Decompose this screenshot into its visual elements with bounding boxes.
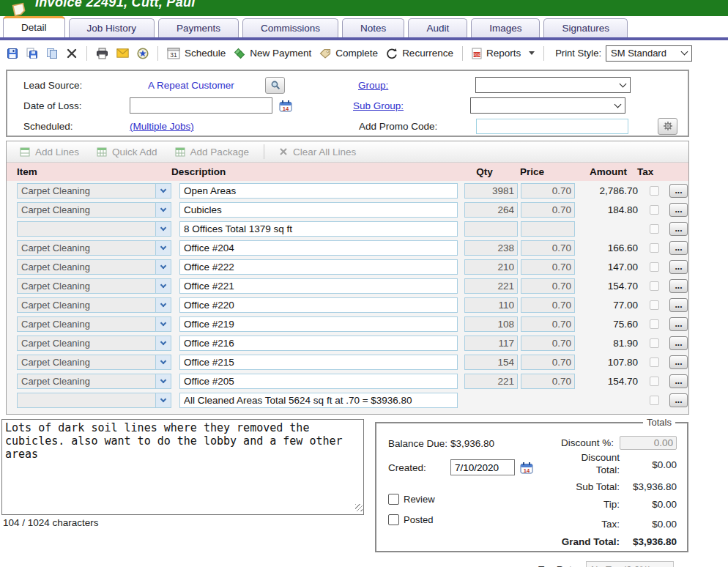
row-options-button[interactable]: ... (669, 298, 688, 312)
map-button[interactable] (135, 44, 151, 63)
price-input[interactable] (521, 374, 575, 389)
tax-checkbox[interactable] (650, 262, 659, 272)
tab-payments[interactable]: Payments (158, 18, 239, 37)
item-select-chevron[interactable] (156, 297, 171, 313)
tax-checkbox[interactable] (650, 396, 659, 405)
item-select-chevron[interactable] (156, 202, 171, 218)
qty-input[interactable] (464, 183, 518, 199)
tab-signatures[interactable]: Signatures (543, 18, 628, 37)
review-checkbox[interactable] (388, 494, 399, 505)
tax-rate-select[interactable]: No Tax (0.0%) (586, 561, 674, 567)
item-select-chevron[interactable] (156, 221, 171, 237)
multiple-jobs-link[interactable]: (Multiple Jobs) (130, 121, 194, 132)
description-input[interactable] (179, 221, 458, 237)
item-select[interactable]: Carpet Cleaning (17, 202, 156, 218)
tab-images[interactable]: Images (471, 18, 540, 37)
reports-button[interactable]: PDFReports (469, 44, 523, 63)
qty-input[interactable] (464, 240, 518, 256)
item-select[interactable]: Carpet Cleaning (17, 259, 156, 275)
row-options-button[interactable]: ... (669, 203, 688, 217)
calendar-icon[interactable]: 14 (520, 462, 534, 474)
clear-all-lines-button[interactable]: Clear All Lines (273, 143, 362, 160)
discount-pct-input[interactable] (620, 436, 677, 450)
tax-checkbox[interactable] (650, 300, 659, 310)
item-select-chevron[interactable] (156, 259, 171, 275)
reports-dropdown-button[interactable] (527, 44, 537, 63)
posted-checkbox[interactable] (388, 514, 399, 525)
recurrence-button[interactable]: Recurrence (384, 44, 456, 63)
item-select-chevron[interactable] (156, 374, 171, 389)
print-button[interactable] (94, 44, 111, 63)
schedule-button[interactable]: 31Schedule (165, 44, 228, 63)
tab-job-history[interactable]: Job History (69, 18, 155, 37)
description-input[interactable] (179, 202, 458, 218)
row-options-button[interactable]: ... (669, 336, 688, 350)
qty-input[interactable] (464, 316, 518, 332)
complete-button[interactable]: Complete (317, 44, 380, 63)
item-select[interactable]: Carpet Cleaning (17, 240, 156, 256)
date-of-loss-input[interactable] (130, 97, 272, 114)
price-input[interactable] (521, 202, 575, 218)
apply-promo-button[interactable] (658, 118, 677, 135)
tax-checkbox[interactable] (650, 377, 659, 386)
tab-audit[interactable]: Audit (408, 18, 467, 37)
row-options-button[interactable]: ... (669, 374, 688, 388)
created-date-input[interactable] (450, 459, 515, 475)
description-input[interactable] (179, 355, 458, 370)
qty-input[interactable] (464, 336, 518, 351)
price-input[interactable] (521, 297, 575, 313)
description-input[interactable] (179, 393, 458, 408)
tax-checkbox[interactable] (650, 243, 659, 253)
tab-detail[interactable]: Detail (3, 16, 65, 37)
price-input[interactable] (521, 183, 575, 199)
item-select-chevron[interactable] (156, 183, 171, 199)
item-select[interactable]: Carpet Cleaning (17, 355, 156, 370)
item-select[interactable]: Carpet Cleaning (17, 278, 156, 294)
row-options-button[interactable]: ... (669, 393, 688, 407)
lead-source-search-button[interactable] (265, 77, 285, 94)
item-select-chevron[interactable] (156, 278, 171, 294)
tab-commissions[interactable]: Commissions (242, 18, 338, 37)
description-input[interactable] (179, 240, 458, 256)
calendar-icon[interactable]: 14 (279, 100, 293, 112)
item-select-chevron[interactable] (156, 316, 171, 332)
save-button[interactable] (4, 44, 21, 63)
row-options-button[interactable]: ... (669, 355, 688, 369)
qty-input[interactable] (464, 278, 518, 294)
email-button[interactable] (114, 44, 131, 63)
row-options-button[interactable]: ... (669, 222, 688, 236)
qty-input[interactable] (464, 297, 518, 313)
description-input[interactable] (179, 278, 458, 294)
tax-checkbox[interactable] (650, 205, 659, 215)
row-options-button[interactable]: ... (669, 184, 688, 198)
qty-input[interactable] (464, 259, 518, 275)
tab-notes[interactable]: Notes (342, 18, 404, 37)
qty-input[interactable] (464, 355, 518, 370)
row-options-button[interactable]: ... (669, 317, 688, 331)
item-select-chevron[interactable] (156, 336, 171, 351)
lead-source-link[interactable]: A Repeat Customer (148, 80, 234, 91)
item-select[interactable]: Carpet Cleaning (17, 183, 156, 199)
tax-checkbox[interactable] (650, 357, 659, 367)
tax-checkbox[interactable] (650, 338, 659, 348)
group-select[interactable] (475, 77, 631, 93)
print-style-select[interactable]: SM Standard (606, 45, 692, 62)
item-select[interactable] (17, 221, 156, 237)
save-close-button[interactable] (24, 44, 40, 63)
description-input[interactable] (179, 374, 458, 389)
description-input[interactable] (179, 183, 458, 199)
qty-input[interactable] (464, 374, 518, 389)
qty-input[interactable] (464, 221, 518, 237)
item-select[interactable]: Carpet Cleaning (17, 336, 156, 351)
add-lines-button[interactable]: Add Lines (14, 143, 85, 160)
new-payment-button[interactable]: New Payment (231, 44, 313, 63)
price-input[interactable] (521, 240, 575, 256)
row-options-button[interactable]: ... (669, 279, 688, 293)
item-select[interactable]: Carpet Cleaning (17, 316, 156, 332)
item-select-chevron[interactable] (156, 240, 171, 256)
sub-group-select[interactable] (470, 97, 625, 114)
tax-checkbox[interactable] (650, 186, 659, 196)
resize-handle-icon[interactable] (355, 504, 363, 511)
notes-textarea[interactable]: Lots of dark soil lines where they remov… (1, 419, 364, 515)
description-input[interactable] (179, 259, 458, 275)
